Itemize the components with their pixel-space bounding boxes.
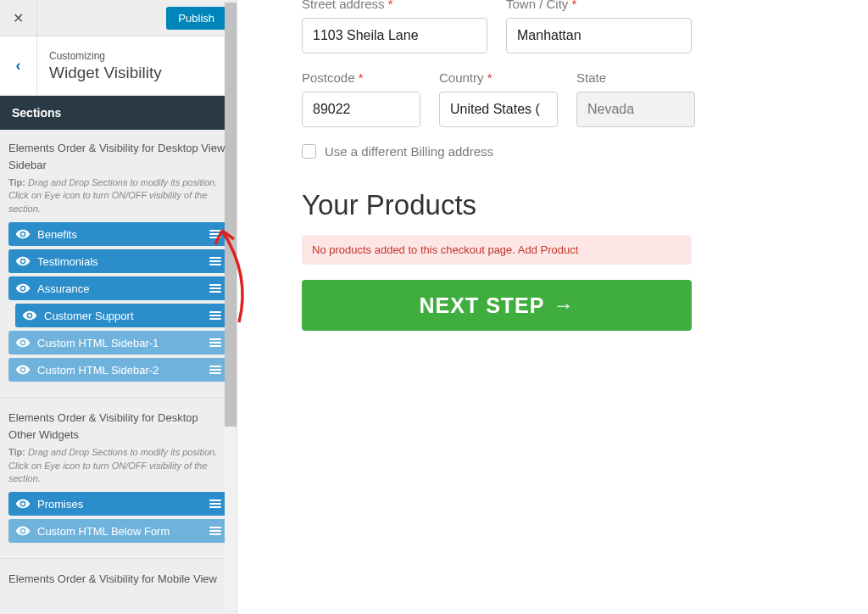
eye-icon[interactable] — [8, 226, 37, 242]
country-label: Country * — [439, 70, 558, 85]
street-label: Street address * — [302, 0, 487, 11]
group2-tip: Tip: Drag and Drop Sections to modify it… — [8, 446, 228, 485]
diff-billing-row[interactable]: Use a different Billing address — [302, 144, 692, 159]
breadcrumb-title: Widget Visibility — [49, 64, 162, 82]
section-label: Assurance — [37, 282, 203, 295]
group3-title: Elements Order & Visibility for Mobile V… — [8, 571, 228, 588]
chevron-left-icon: ‹ — [16, 57, 21, 75]
breadcrumb-sub: Customizing — [49, 50, 162, 62]
section-item[interactable]: Benefits — [8, 222, 228, 246]
diff-billing-label: Use a different Billing address — [325, 144, 493, 159]
no-products-alert: No products added to this checkout page.… — [302, 235, 692, 265]
section-label: Custom HTML Below Form — [37, 525, 203, 538]
city-label: Town / City * — [506, 0, 692, 11]
section-label: Customer Support — [44, 310, 203, 322]
products-heading: Your Products — [302, 189, 692, 221]
city-input[interactable] — [506, 18, 692, 53]
section-item[interactable]: Custom HTML Sidebar-1 — [8, 331, 228, 354]
section-item[interactable]: Customer Support — [15, 304, 228, 327]
eye-icon[interactable] — [8, 281, 37, 296]
section-item[interactable]: Assurance — [8, 276, 228, 300]
country-input[interactable] — [439, 92, 558, 127]
preview-pane: Street address * Town / City * Postcode … — [237, 0, 868, 614]
customizer-sidebar: ✕ Publish ‹ Customizing Widget Visibilit… — [0, 0, 237, 614]
checkout-form: Street address * Town / City * Postcode … — [302, 0, 692, 331]
section-item[interactable]: Testimonials — [8, 249, 228, 273]
postcode-label: Postcode * — [302, 70, 420, 85]
panel-body: Elements Order & Visibility for Desktop … — [0, 130, 236, 588]
topbar: ✕ Publish — [0, 0, 236, 36]
back-button[interactable]: ‹ — [0, 36, 37, 95]
divider — [0, 558, 236, 559]
section-label: Custom HTML Sidebar-1 — [37, 337, 203, 349]
close-icon: ✕ — [13, 10, 24, 26]
scrollbar-thumb[interactable] — [225, 3, 236, 427]
group1-tip: Tip: Drag and Drop Sections to modify it… — [8, 176, 228, 215]
section-label: Testimonials — [37, 255, 203, 268]
next-step-button[interactable]: NEXT STEP→ — [302, 280, 692, 331]
section-item[interactable]: Custom HTML Below Form — [8, 519, 228, 543]
sections-header: Sections — [0, 96, 236, 130]
eye-icon[interactable] — [8, 254, 37, 269]
street-input[interactable] — [302, 18, 487, 53]
arrow-right-icon: → — [553, 293, 574, 317]
breadcrumb: ‹ Customizing Widget Visibility — [0, 36, 236, 96]
group2-title: Elements Order & Visibility for Desktop … — [8, 410, 228, 443]
eye-icon[interactable] — [8, 523, 37, 539]
checkbox-icon[interactable] — [302, 144, 316, 159]
state-label: State — [576, 70, 695, 85]
publish-button[interactable]: Publish — [166, 7, 226, 30]
group1-title: Elements Order & Visibility for Desktop … — [8, 140, 228, 173]
section-label: Custom HTML Sidebar-2 — [37, 364, 203, 377]
divider — [0, 397, 236, 398]
section-item[interactable]: Promises — [8, 492, 228, 516]
eye-icon[interactable] — [8, 335, 37, 350]
eye-icon[interactable] — [15, 308, 44, 323]
section-label: Promises — [37, 498, 203, 511]
close-button[interactable]: ✕ — [0, 0, 37, 36]
eye-icon[interactable] — [8, 362, 37, 377]
add-product-link[interactable]: Add Product — [518, 243, 579, 256]
eye-icon[interactable] — [8, 496, 37, 511]
state-input[interactable] — [576, 92, 695, 127]
postcode-input[interactable] — [302, 92, 420, 127]
section-item[interactable]: Custom HTML Sidebar-2 — [8, 358, 228, 382]
section-label: Benefits — [37, 228, 203, 241]
